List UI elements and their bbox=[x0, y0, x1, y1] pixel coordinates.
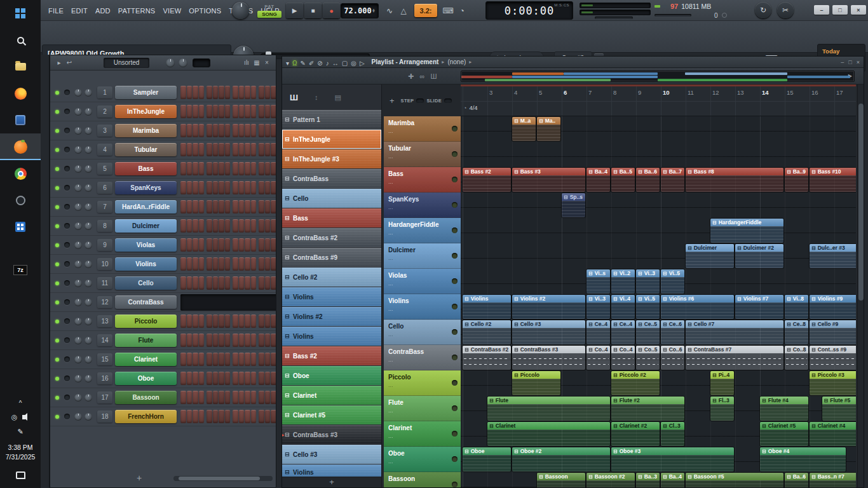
fl-studio-button[interactable] bbox=[0, 133, 41, 160]
step-cell[interactable] bbox=[180, 391, 186, 404]
channel-enable-toggle[interactable] bbox=[64, 356, 70, 362]
step-cell[interactable] bbox=[239, 105, 245, 118]
step-cell[interactable] bbox=[259, 353, 264, 366]
playlist-track-header[interactable]: Piccolo... bbox=[384, 370, 461, 396]
track-led[interactable] bbox=[452, 126, 458, 132]
step-cell[interactable] bbox=[187, 105, 193, 118]
channel-led[interactable] bbox=[55, 262, 59, 266]
channel-pan-knob[interactable] bbox=[74, 337, 82, 344]
channel-filter-dropdown[interactable]: Unsorted bbox=[104, 58, 149, 68]
step-cell[interactable] bbox=[245, 410, 250, 423]
step-cell[interactable] bbox=[225, 105, 231, 118]
step-cell[interactable] bbox=[245, 181, 250, 194]
add-channel-button[interactable]: + bbox=[137, 473, 142, 483]
step-cell[interactable] bbox=[187, 372, 193, 385]
step-cell[interactable] bbox=[225, 391, 231, 404]
channel-enable-toggle[interactable] bbox=[64, 337, 70, 343]
playlist-clip[interactable]: ⊟Clarinet bbox=[487, 422, 610, 446]
timeline-bar-number[interactable]: 8 bbox=[613, 89, 616, 96]
playlist-clip[interactable]: ⊟Violins #9 bbox=[810, 295, 856, 319]
pattern-item[interactable]: ⊟Cello bbox=[282, 189, 381, 208]
step-cell[interactable] bbox=[213, 124, 219, 137]
mini-scrollbar[interactable] bbox=[654, 14, 691, 17]
step-cell[interactable] bbox=[245, 334, 250, 347]
playlist-clip[interactable]: ⊟Bassoon #5 bbox=[686, 473, 783, 487]
playlist-track-header[interactable]: Marimba... bbox=[384, 116, 461, 142]
playlist-clip[interactable]: ⊟Bass #3 bbox=[512, 168, 585, 192]
rack-swing-knob[interactable] bbox=[166, 58, 175, 67]
step-cell[interactable] bbox=[180, 276, 186, 290]
taskbar-clock[interactable]: 3:38 PM 7/31/2025 bbox=[6, 443, 36, 463]
channel-number[interactable]: 11 bbox=[97, 277, 112, 289]
step-cell[interactable] bbox=[271, 124, 276, 137]
step-cell[interactable] bbox=[233, 219, 238, 233]
step-cell[interactable] bbox=[245, 353, 250, 366]
channel-volume-knob[interactable] bbox=[85, 89, 92, 97]
step-cell[interactable] bbox=[180, 86, 186, 99]
time-display[interactable]: M:S:CS 0:00:00 bbox=[485, 1, 573, 20]
step-cell[interactable] bbox=[259, 238, 264, 252]
step-cell[interactable] bbox=[193, 410, 198, 423]
playlist-clip[interactable]: ⊟Violins #2 bbox=[512, 295, 585, 319]
step-cell[interactable] bbox=[251, 162, 257, 175]
step-cell[interactable] bbox=[225, 315, 231, 328]
step-cell[interactable] bbox=[219, 200, 224, 214]
channel-led[interactable] bbox=[55, 167, 59, 171]
step-cell[interactable] bbox=[219, 162, 224, 175]
step-cell[interactable] bbox=[271, 219, 276, 233]
step-cell[interactable] bbox=[233, 181, 238, 194]
channel-number[interactable]: 9 bbox=[97, 239, 112, 251]
pattern-item[interactable]: ⊟Violins bbox=[282, 327, 381, 346]
step-cell[interactable] bbox=[193, 181, 198, 194]
playlist-track-header[interactable]: Cello... bbox=[384, 320, 461, 345]
channel-led[interactable] bbox=[55, 396, 59, 400]
step-cell[interactable] bbox=[259, 276, 264, 290]
step-cell[interactable] bbox=[265, 162, 271, 175]
step-cell[interactable] bbox=[271, 181, 276, 194]
channel-volume-knob[interactable] bbox=[85, 222, 92, 230]
step-cell[interactable] bbox=[199, 181, 205, 194]
step-cell[interactable] bbox=[199, 124, 205, 137]
step-cell[interactable] bbox=[193, 105, 198, 118]
pan-view-icon[interactable]: ✚ bbox=[407, 70, 415, 83]
playlist-clip[interactable]: ⊟Ba..4 bbox=[587, 168, 610, 192]
step-cell[interactable] bbox=[219, 105, 224, 118]
channel-volume-knob[interactable] bbox=[85, 413, 92, 421]
pattern-item[interactable]: ⊟ContraBass #2 bbox=[282, 228, 381, 247]
playlist-track-header[interactable]: ContraBass... bbox=[384, 345, 461, 370]
channel-enable-toggle[interactable] bbox=[64, 166, 70, 172]
pat-song-switch[interactable]: PAT SONG bbox=[255, 2, 283, 19]
step-cell[interactable] bbox=[187, 353, 193, 366]
timeline-bar-number[interactable]: 11 bbox=[688, 89, 694, 96]
channel-enable-toggle[interactable] bbox=[64, 128, 70, 133]
playlist-overview-scrollbar[interactable]: ▶ bbox=[461, 71, 855, 82]
step-cell[interactable] bbox=[271, 372, 276, 385]
step-cell[interactable] bbox=[233, 410, 238, 423]
playlist-clip[interactable]: ⊟Oboe #2 bbox=[512, 447, 610, 471]
step-cell[interactable] bbox=[245, 124, 250, 137]
loop-marker-strip[interactable] bbox=[461, 85, 856, 86]
step-cell[interactable] bbox=[245, 143, 250, 156]
step-cell[interactable] bbox=[251, 105, 257, 118]
minimize-button[interactable]: – bbox=[814, 5, 829, 15]
track-led[interactable] bbox=[452, 253, 458, 259]
step-cell[interactable] bbox=[245, 162, 250, 175]
playlist-clip[interactable]: ⊟Clarinet #4 bbox=[810, 422, 856, 446]
step-cell[interactable] bbox=[213, 105, 219, 118]
channel-button[interactable]: SpanKeys bbox=[115, 181, 177, 194]
step-cell[interactable] bbox=[199, 143, 205, 156]
playlist-track-header[interactable]: Flute... bbox=[384, 396, 461, 421]
step-cell[interactable] bbox=[271, 257, 276, 271]
step-cell[interactable] bbox=[199, 105, 205, 118]
step-cell[interactable] bbox=[193, 200, 198, 214]
channel-number[interactable]: 6 bbox=[97, 182, 112, 194]
channel-enable-toggle[interactable] bbox=[64, 223, 70, 229]
playlist-track-header[interactable]: Violas... bbox=[384, 269, 461, 294]
time-signature-marker[interactable]: ◔ 4/4 bbox=[463, 104, 478, 111]
playlist-clip[interactable]: ⊟Ba..4 bbox=[661, 473, 684, 487]
step-cell[interactable] bbox=[180, 124, 186, 137]
channel-pan-knob[interactable] bbox=[74, 165, 82, 173]
channel-button[interactable]: Flute bbox=[115, 334, 177, 347]
playlist-track-header[interactable]: Tubular... bbox=[384, 142, 461, 167]
step-cell[interactable] bbox=[271, 353, 276, 366]
